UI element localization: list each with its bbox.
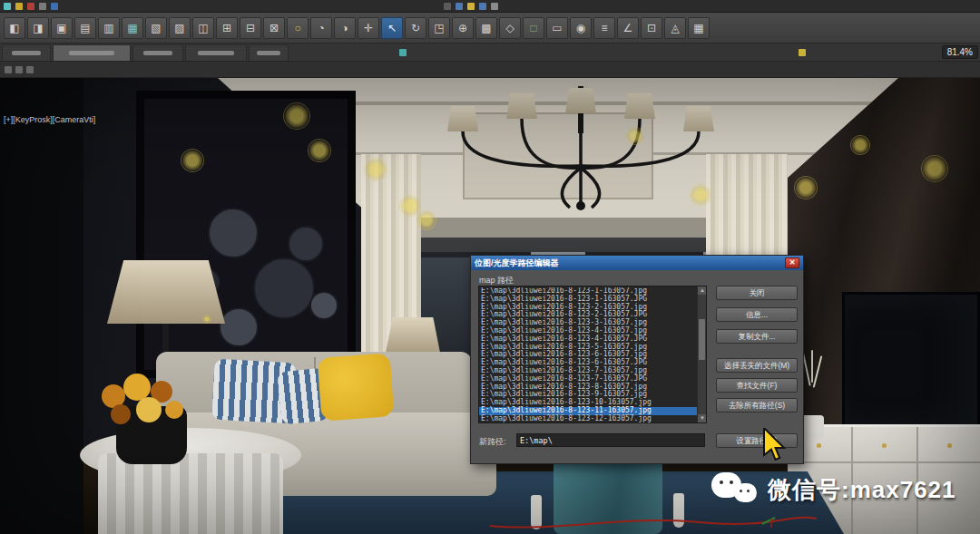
find-files-button[interactable]: 查找文件(F): [716, 378, 798, 393]
menu-bar: [0, 0, 980, 13]
toolbar-icon[interactable]: ∠: [617, 17, 639, 39]
ribbon-tool-icon[interactable]: [5, 66, 12, 73]
ribbon-tab[interactable]: [185, 44, 247, 61]
scene-flowers: [165, 401, 183, 419]
file-list[interactable]: E:\map\3dliuwei2016-8-123-1-163057.jpgE:…: [478, 286, 707, 423]
toolbar-icon[interactable]: ▣: [51, 17, 73, 39]
toolbar-icon[interactable]: ⊟: [240, 17, 261, 39]
menu-icon[interactable]: [15, 3, 23, 10]
ribbon-tab[interactable]: [2, 44, 51, 61]
scroll-down-icon[interactable]: ▼: [698, 414, 707, 422]
lens-flare-icon: [794, 176, 818, 199]
toolbar-icon[interactable]: ▤: [74, 17, 96, 39]
lens-flare-icon: [850, 135, 870, 155]
toolbar-icon[interactable]: ◔: [310, 17, 332, 39]
lens-flare-icon: [921, 155, 948, 182]
lens-flare-icon: [690, 184, 711, 206]
scene-left-dark-edge: [0, 78, 83, 534]
app-logo-icon[interactable]: [4, 3, 11, 10]
scene-flowers: [136, 397, 162, 422]
scene-tv: [842, 292, 980, 433]
app-window: ◧◨▣▤▥▦▧▨◫⊞⊟⊠○◔◑✛↖↻◳⊕▩◇□▭◉≡∠⊡◬▦ 81.4%: [0, 0, 980, 534]
menu-icon[interactable]: [27, 3, 34, 10]
menu-icon[interactable]: [467, 3, 475, 10]
lens-flare-icon: [202, 315, 211, 324]
toolbar-icon[interactable]: ◑: [334, 17, 356, 39]
toolbar-icon[interactable]: ▨: [169, 17, 191, 39]
ribbon-tool-icon[interactable]: [15, 66, 23, 73]
toolbar-icon[interactable]: ▦: [122, 17, 143, 39]
scene-flowers: [111, 404, 131, 424]
toolbar-icon[interactable]: ▭: [546, 17, 568, 39]
copy-files-button[interactable]: 复制文件...: [716, 329, 798, 344]
strip-paths-button[interactable]: 去除所有路径(S): [716, 398, 798, 413]
main-toolbar: ◧◨▣▤▥▦▧▨◫⊞⊟⊠○◔◑✛↖↻◳⊕▩◇□▭◉≡∠⊡◬▦: [0, 13, 980, 44]
toolbar-icon[interactable]: ○: [287, 17, 309, 39]
close-icon[interactable]: ✕: [785, 257, 799, 268]
viewport-label[interactable]: [+][KeyProsk][CameraVti]: [4, 115, 95, 124]
scroll-up-icon[interactable]: ▲: [698, 286, 707, 295]
ribbon-tab-active[interactable]: [53, 44, 131, 61]
close-button[interactable]: 关闭: [716, 286, 798, 300]
lens-flare-icon: [283, 102, 310, 130]
ribbon-icon[interactable]: [799, 49, 806, 56]
toolbar-icon[interactable]: ▧: [145, 17, 167, 39]
menu-icon[interactable]: [39, 3, 46, 10]
file-row[interactable]: E:\map\3dliuwei2016-8-123-12-163057.jpg: [479, 415, 697, 422]
zoom-percent: 81.4%: [942, 45, 978, 59]
lens-flare-icon: [416, 210, 436, 230]
toolbar-icon[interactable]: ▥: [98, 17, 120, 39]
ribbon-icon[interactable]: [399, 49, 407, 56]
scene-chandelier: [426, 86, 735, 213]
ribbon-tab[interactable]: [249, 44, 289, 61]
toolbar-icon[interactable]: ◉: [570, 17, 592, 39]
toolbar-icon[interactable]: ↖: [381, 17, 403, 39]
toolbar-icon[interactable]: ◫: [192, 17, 214, 39]
toolbar-icon[interactable]: ◧: [4, 17, 25, 39]
toolbar-icon[interactable]: ◇: [499, 17, 521, 39]
lens-flare-icon: [364, 158, 387, 181]
file-rows: E:\map\3dliuwei2016-8-123-1-163057.jpgE:…: [479, 287, 697, 422]
list-scrollbar[interactable]: ▲ ▼: [697, 286, 706, 422]
dialog-titlebar[interactable]: 位图/光度学路径编辑器 ✕: [471, 256, 803, 270]
lens-flare-icon: [626, 127, 644, 145]
scene-wall-art: [136, 91, 356, 378]
toolbar-icon[interactable]: ⊡: [641, 17, 662, 39]
path-editor-dialog: 位图/光度学路径编辑器 ✕ map 路径 E:\map\3dliuwei2016…: [470, 255, 804, 464]
toolbar-icon[interactable]: ⊕: [452, 17, 474, 39]
watermark: 微信号:max7621: [711, 470, 956, 510]
scrollbar-thumb[interactable]: [699, 319, 705, 360]
ribbon-tab[interactable]: [132, 44, 183, 61]
ribbon-tool-icon[interactable]: [26, 66, 34, 73]
toolbar-icon[interactable]: □: [523, 17, 544, 39]
new-path-input[interactable]: [516, 433, 705, 447]
menu-icon[interactable]: [491, 3, 498, 10]
scene-pillow-yellow: [318, 353, 395, 421]
toolbar-icon[interactable]: ▩: [475, 17, 497, 39]
toolbar-icon[interactable]: ⊠: [263, 17, 285, 39]
toolbar-icon[interactable]: ◳: [428, 17, 450, 39]
toolbar-icon[interactable]: ◨: [27, 17, 49, 39]
watermark-text: 微信号:max7621: [768, 474, 956, 506]
mouse-cursor-icon: [762, 428, 789, 470]
new-path-label: 新路径:: [479, 436, 506, 448]
toolbar-icon[interactable]: ▦: [688, 17, 710, 39]
toolbar-icon[interactable]: ⊞: [216, 17, 238, 39]
scene-plant: [811, 350, 813, 383]
toolbar-icon[interactable]: ◬: [664, 17, 686, 39]
menu-icon[interactable]: [51, 3, 58, 10]
menu-icon[interactable]: [479, 3, 486, 10]
ribbon-tabs: 81.4%: [0, 44, 980, 62]
select-missing-button[interactable]: 选择丢失的文件(M): [716, 358, 798, 373]
dialog-title: 位图/光度学路径编辑器: [475, 257, 559, 269]
lens-flare-icon: [181, 149, 204, 172]
wechat-icon: [711, 470, 759, 510]
info-button[interactable]: 信息...: [716, 307, 798, 322]
toolbar-icon[interactable]: ↻: [405, 17, 426, 39]
toolbar-icon[interactable]: ≡: [593, 17, 615, 39]
menu-icon[interactable]: [444, 3, 451, 10]
scene-window-valance: [388, 236, 728, 252]
toolbar-icon[interactable]: ✛: [358, 17, 379, 39]
lens-flare-icon: [308, 139, 331, 162]
menu-icon[interactable]: [456, 3, 463, 10]
